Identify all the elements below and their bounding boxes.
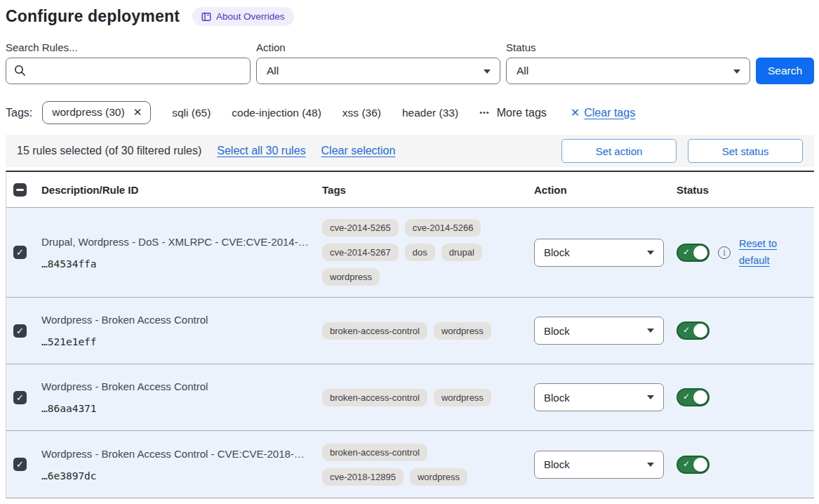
tag-filter-code-injection[interactable]: code-injection (48): [232, 107, 321, 119]
check-icon: ✓: [683, 392, 690, 402]
check-icon: ✓: [16, 393, 24, 402]
tag-pill: dos: [405, 244, 435, 261]
rules-table: Description/Rule ID Tags Action Status ✓…: [6, 171, 814, 498]
tag-filter-xss[interactable]: xss (36): [342, 107, 381, 119]
more-tags-label: More tags: [497, 107, 547, 119]
table-row: ✓ Drupal, Wordpress - DoS - XMLRPC - CVE…: [6, 208, 814, 298]
row-checkbox[interactable]: ✓: [13, 246, 27, 259]
action-value: Block: [544, 246, 570, 258]
action-select[interactable]: Block: [534, 451, 664, 479]
rule-id: …521e1eff: [41, 336, 309, 347]
tag-pill: wordpress: [410, 468, 467, 486]
configure-deployment-page: Configure deployment About Overrides Sea…: [0, 0, 819, 503]
about-overrides-label: About Overrides: [216, 11, 285, 22]
more-tags-button[interactable]: ••• More tags: [479, 107, 547, 119]
action-filter-select[interactable]: All: [256, 58, 500, 84]
tag-pill: wordpress: [434, 322, 491, 340]
selected-tag-wordpress[interactable]: wordpress (30) ✕: [42, 101, 151, 124]
chevron-down-icon: [647, 251, 654, 255]
selected-tag-label: wordpress (30): [52, 106, 124, 119]
rule-tags: broken-access-controlwordpress: [322, 312, 506, 350]
info-icon[interactable]: i: [718, 246, 731, 259]
book-icon: [201, 12, 211, 22]
rule-description: Wordpress - Broken Access Control: [41, 314, 309, 326]
clear-selection-link[interactable]: Clear selection: [321, 145, 396, 157]
description-cell: Wordpress - Broken Access Control …521e1…: [41, 314, 322, 347]
tag-pill: broken-access-control: [322, 389, 427, 406]
table-header-row: Description/Rule ID Tags Action Status: [6, 172, 814, 208]
tag-pill: cve-2014-5267: [322, 244, 399, 261]
filters-row: Search Rules... Action All Status: [6, 41, 814, 84]
table-row: ✓ Wordpress - Broken Access Control …86a…: [6, 364, 814, 431]
status-filter-value: All: [517, 65, 528, 77]
search-button[interactable]: Search: [756, 58, 814, 84]
action-select[interactable]: Block: [534, 239, 664, 267]
status-toggle[interactable]: ✓: [677, 388, 710, 406]
action-value: Block: [544, 458, 570, 470]
ellipsis-icon: •••: [479, 108, 490, 117]
rule-description: Wordpress - Broken Access Control - CVE:…: [41, 448, 309, 460]
search-rules-input[interactable]: [6, 58, 251, 84]
indeterminate-icon: [16, 189, 24, 191]
rule-description: Wordpress - Broken Access Control: [41, 380, 309, 392]
selection-summary: 15 rules selected (of 30 filtered rules): [17, 145, 201, 157]
status-filter-field: Status All: [506, 41, 750, 84]
tag-pill: cve-2014-5265: [322, 219, 399, 237]
check-icon: ✓: [683, 325, 690, 335]
remove-tag-icon[interactable]: ✕: [133, 106, 142, 119]
page-header: Configure deployment About Overrides: [6, 7, 814, 26]
check-icon: ✓: [16, 248, 24, 257]
set-status-button[interactable]: Set status: [688, 139, 803, 163]
toggle-knob: [693, 458, 707, 472]
row-checkbox[interactable]: ✓: [13, 458, 27, 471]
tag-filter-sqli[interactable]: sqli (65): [172, 107, 211, 119]
close-icon: ✕: [571, 106, 580, 119]
status-toggle[interactable]: ✓: [677, 456, 710, 474]
tag-pill: wordpress: [434, 389, 491, 406]
status-cell: ✓ i: [677, 321, 814, 340]
chevron-down-icon: [647, 329, 654, 333]
check-icon: ✓: [683, 247, 690, 257]
description-cell: Wordpress - Broken Access Control …86aa4…: [41, 380, 322, 414]
action-filter-value: All: [267, 65, 279, 77]
search-rules-label: Search Rules...: [6, 41, 251, 53]
row-checkbox[interactable]: ✓: [13, 391, 27, 404]
tag-pill: wordpress: [322, 268, 380, 286]
select-all-checkbox[interactable]: [13, 183, 27, 197]
chevron-down-icon: [647, 463, 654, 467]
chevron-down-icon: [733, 69, 740, 74]
tag-filter-header[interactable]: header (33): [402, 107, 458, 119]
tag-pill: drupal: [441, 244, 482, 261]
status-filter-label: Status: [506, 41, 750, 53]
rule-description: Drupal, Wordpress - DoS - XMLRPC - CVE:C…: [41, 236, 309, 248]
status-filter-select[interactable]: All: [506, 58, 750, 84]
row-checkbox[interactable]: ✓: [13, 324, 27, 338]
about-overrides-badge[interactable]: About Overrides: [192, 7, 294, 26]
select-all-link[interactable]: Select all 30 rules: [217, 145, 305, 157]
action-value: Block: [544, 325, 570, 337]
column-header-description: Description/Rule ID: [41, 184, 322, 196]
description-cell: Wordpress - Broken Access Control - CVE:…: [41, 448, 322, 482]
action-value: Block: [544, 392, 570, 404]
status-cell: ✓ i: [677, 456, 814, 474]
status-cell: ✓ i Reset to default: [677, 236, 814, 270]
table-row: ✓ Wordpress - Broken Access Control - CV…: [6, 431, 814, 498]
chevron-down-icon: [484, 69, 491, 74]
page-title: Configure deployment: [6, 7, 180, 26]
column-header-tags: Tags: [322, 184, 534, 196]
clear-tags-button[interactable]: ✕ Clear tags: [571, 106, 635, 119]
tag-links: sqli (65)code-injection (48)xss (36)head…: [151, 107, 458, 119]
status-toggle[interactable]: ✓: [677, 244, 710, 262]
status-toggle[interactable]: ✓: [677, 321, 710, 340]
rule-tags: cve-2014-5265cve-2014-5266cve-2014-5267d…: [322, 209, 506, 296]
action-select[interactable]: Block: [534, 383, 664, 411]
set-action-button[interactable]: Set action: [561, 139, 677, 163]
reset-to-default-link[interactable]: Reset to default: [739, 236, 784, 270]
rule-id: …6e3897dc: [41, 470, 309, 482]
tag-pill: broken-access-control: [322, 322, 427, 340]
action-select[interactable]: Block: [534, 317, 664, 345]
check-icon: ✓: [16, 460, 24, 469]
tags-bar: Tags: wordpress (30) ✕ sqli (65)code-inj…: [6, 101, 814, 124]
table-row: ✓ Wordpress - Broken Access Control …521…: [6, 298, 814, 364]
tag-pill: cve-2014-5266: [405, 219, 481, 237]
